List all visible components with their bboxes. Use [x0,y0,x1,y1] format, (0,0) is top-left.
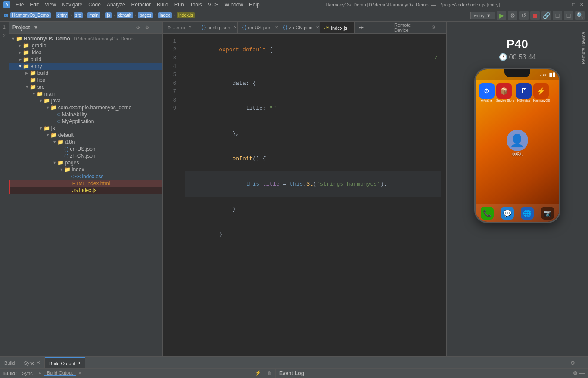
phone-app-2[interactable]: 📦 Service Store [496,83,514,103]
dock-browser[interactable]: 🌐 [521,207,534,220]
bottom-minimize-icon[interactable]: — [578,360,585,366]
tab-overflow[interactable]: ▸▸ [355,22,389,33]
build-output-small[interactable]: Build Output [44,370,77,376]
breadcrumb-main[interactable]: main [87,12,100,18]
menu-file[interactable]: File [13,2,26,8]
breadcrumb-src[interactable]: src [74,12,83,18]
menu-edit[interactable]: Edit [27,2,41,8]
bottom-tab-build-output[interactable]: Build Output ✕ [45,357,86,368]
dock-camera[interactable]: 📷 [541,207,554,220]
project-dropdown-icon[interactable]: ▼ [33,25,38,31]
dock-message[interactable]: 💬 [501,207,514,220]
tree-myapplication[interactable]: ▶ C MyApplication [9,118,163,125]
bottom-tab-sync[interactable]: Sync ✕ [19,357,44,368]
tree-default[interactable]: ▼ 📁 default [9,132,163,139]
breadcrumb-pages[interactable]: pages [138,12,153,18]
phone-app-4[interactable]: ⚡ HarmonyOS [533,83,550,103]
tree-libs[interactable]: ▶ 📁 libs [9,77,163,84]
tab-remote-device[interactable]: Remote Device [389,22,428,33]
breadcrumb-project[interactable]: HarmonyOs_Demo [10,12,51,18]
tree-build-root[interactable]: ▶ 📁 build [9,56,163,63]
code-content[interactable]: export default { ✓ data: { title: "" }, … [180,34,446,356]
tree-index-css[interactable]: ▶ CSS index.css [9,173,163,180]
tree-zh-cn-json[interactable]: ▶ { } zh-CN.json [9,152,163,159]
sync-tab-small[interactable]: Sync [19,371,36,376]
sidebar-icon-1[interactable]: 1 [0,23,8,31]
tree-idea[interactable]: ▶ 📁 .idea [9,49,163,56]
tree-main[interactable]: ▼ 📁 main [9,90,163,97]
run-button[interactable]: ▶ [497,11,506,20]
build-scroll-icon[interactable]: ≡ [263,370,265,376]
settings-icon[interactable]: ⚙ [430,24,437,31]
tree-gradle[interactable]: ▶ 📁 .gradle [9,42,163,49]
panel-sync-icon[interactable]: ⟳ [135,25,142,31]
tree-en-us-json[interactable]: ▶ { } en-US.json [9,146,163,152]
sync-close-icon[interactable]: ✕ [36,360,40,366]
tab-en-us[interactable]: { } en-US.json ✕ [238,22,279,33]
event-minimize-icon[interactable]: — [579,370,585,376]
layout-inspector-button[interactable]: □ [553,11,562,20]
stop-button[interactable]: ◼ [530,11,540,20]
phone-app-1[interactable]: ⚙ 华为服务 [479,83,495,103]
tree-js[interactable]: ▼ 📁 js [9,125,163,132]
menu-navigate[interactable]: Navigate [59,2,85,8]
build-output-close-small[interactable]: ✕ [78,370,82,376]
menu-code[interactable]: Code [86,2,103,8]
code-editor[interactable]: 1 2 3 4 5 6 7 8 9 export default { ✓ dat… [163,34,446,356]
tree-package[interactable]: ▼ 📁 com.example.harmonyos_demo [9,104,163,111]
tab-en-close[interactable]: ✕ [275,25,278,30]
phone-app-3[interactable]: 🖥 HiService [516,83,532,103]
sidebar-icon-2[interactable]: 2 [0,32,8,40]
sync-close-small[interactable]: ✕ [38,370,42,376]
bottom-tab-build[interactable]: Build [0,357,19,368]
dock-phone[interactable]: 📞 [481,207,494,220]
menu-analyze[interactable]: Analyze [104,2,128,8]
panel-settings-icon[interactable]: ⚙ [143,25,150,31]
minimize-panel-icon[interactable]: — [438,24,445,31]
tree-entry-build[interactable]: ▶ 📁 build [9,70,163,77]
tree-entry[interactable]: ▼ 📁 entry [9,63,163,70]
attach-button[interactable]: 🔗 [541,11,551,20]
build-filter-icon[interactable]: ⚡ [255,370,261,376]
menu-vcs[interactable]: VCS [205,2,221,8]
breadcrumb-default[interactable]: default [117,12,133,18]
tab-zh-close[interactable]: ✕ [316,25,319,30]
build-output-close-icon[interactable]: ✕ [77,360,81,366]
debug-button[interactable]: ⚙ [508,11,517,20]
menu-build[interactable]: Build [154,2,171,8]
tree-index-js[interactable]: ▶ JS index.js [9,187,163,194]
breadcrumb-entry[interactable]: entry [56,12,68,18]
phone-person-icon[interactable]: 👤 [507,130,528,151]
menu-help[interactable]: Help [246,2,262,8]
tree-mainability[interactable]: ▶ C MainAbility [9,111,163,118]
build-settings-icon[interactable]: 🗑 [267,370,272,376]
breadcrumb-index[interactable]: index [158,12,172,18]
menu-view[interactable]: View [42,2,59,8]
tree-index-folder[interactable]: ▼ 📁 index [9,166,163,173]
tab-demo-close[interactable]: ✕ [188,25,192,30]
tab-config-json[interactable]: { } config.json ✕ [197,22,238,33]
tab-zh-cn[interactable]: { } zh-CN.json ✕ [279,22,320,33]
tab-index-js[interactable]: JS index.js [320,22,355,33]
tree-java[interactable]: ▼ 📁 java [9,97,163,104]
maximize-button[interactable]: □ [571,2,577,8]
menu-tools[interactable]: Tools [187,2,205,8]
coverage-button[interactable]: ↺ [519,11,529,20]
tree-src[interactable]: ▼ 📁 src [9,84,163,90]
tree-i18n[interactable]: ▼ 📁 i18n [9,139,163,146]
tree-pages[interactable]: ▼ 📁 pages [9,159,163,166]
tree-index-html[interactable]: ▶ HTML index.html [9,180,163,187]
remote-device-tab-label[interactable]: Remote Device [581,32,586,64]
tab-config-close[interactable]: ✕ [233,25,237,30]
menu-window[interactable]: Window [222,2,246,8]
menu-run[interactable]: Run [172,2,187,8]
tree-root[interactable]: ▼ 📁 HarmonyOs_Demo D:\demo\HarmonyOs_Dem… [9,35,163,42]
run-configuration-dropdown[interactable]: entry ▼ [470,12,495,19]
search-everywhere-button[interactable]: 🔍 [575,11,585,20]
menu-refactor[interactable]: Refactor [129,2,153,8]
panel-minimize-icon[interactable]: — [152,25,159,31]
close-button[interactable]: ✕ [579,2,585,8]
event-settings-icon[interactable]: ⚙ [573,370,578,376]
tab-demo[interactable]: ⚙ ...mo) ✕ [163,22,197,33]
profiler-button[interactable]: □ [564,11,573,20]
